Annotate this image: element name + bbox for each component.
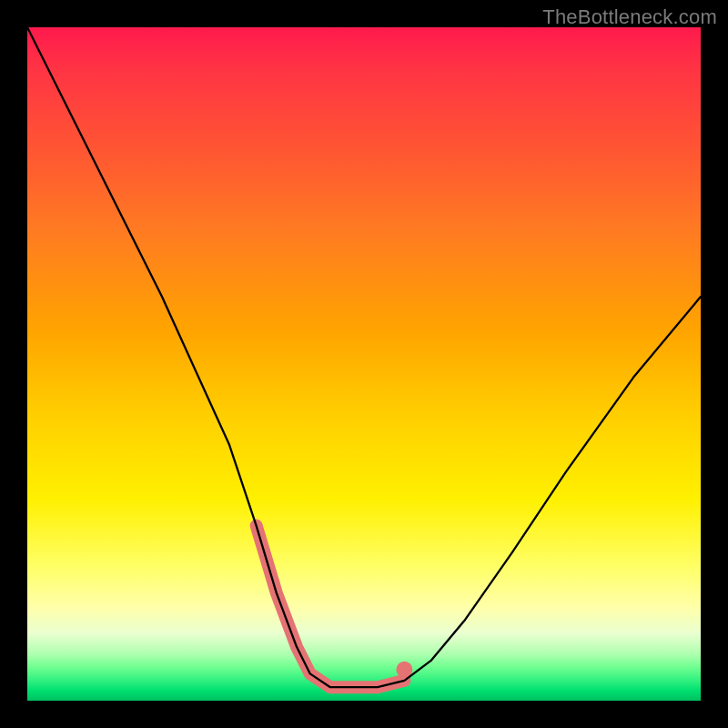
watermark-text: TheBottleneck.com	[542, 5, 717, 29]
accent-layer	[257, 526, 413, 688]
chart-frame: TheBottleneck.com	[0, 0, 728, 728]
accent-segment	[257, 526, 405, 688]
bottleneck-curve	[27, 27, 701, 687]
chart-svg	[27, 27, 701, 701]
plot-area	[27, 27, 701, 701]
